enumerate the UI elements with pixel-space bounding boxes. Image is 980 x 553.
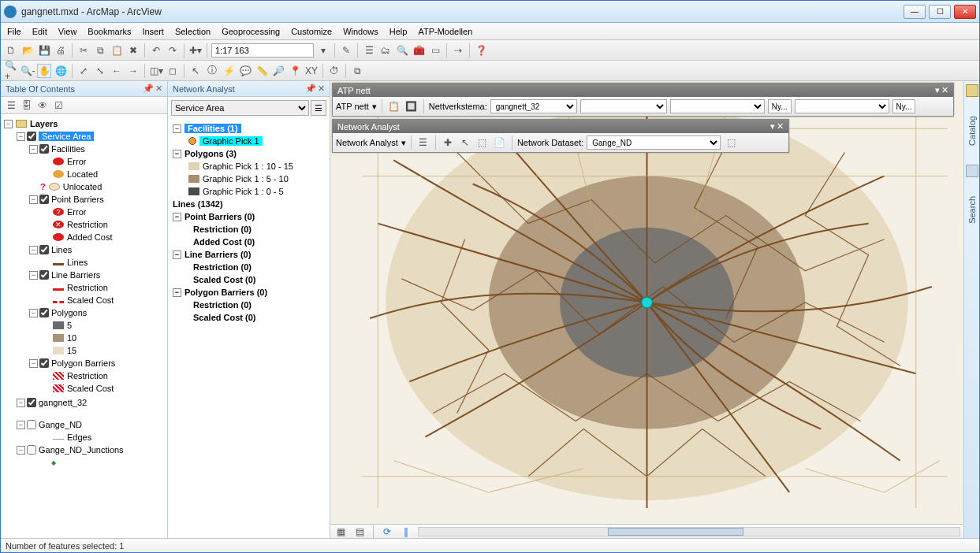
collapse-icon[interactable]: − bbox=[173, 213, 181, 221]
create-location-icon[interactable]: ✚ bbox=[441, 135, 455, 150]
solve-icon[interactable]: ⬚ bbox=[475, 135, 490, 150]
maximize-button[interactable]: ☐ bbox=[929, 5, 951, 19]
layout-view-icon[interactable]: ▤ bbox=[352, 525, 367, 539]
collapse-icon[interactable]: − bbox=[29, 246, 38, 254]
fixed-zoom-in-icon[interactable]: ⤢ bbox=[76, 64, 91, 78]
na-pb-added[interactable]: Added Cost (0) bbox=[193, 237, 255, 247]
open-icon[interactable]: 📂 bbox=[20, 43, 35, 58]
whats-this-icon[interactable]: ❓ bbox=[474, 43, 488, 58]
find-icon[interactable]: 🔎 bbox=[271, 64, 285, 78]
dropdown-icon[interactable]: ▾ bbox=[935, 85, 940, 95]
network-dataset-select[interactable]: Gange_ND bbox=[587, 135, 721, 150]
atp-select-3[interactable] bbox=[670, 99, 765, 113]
python-icon[interactable]: ▭ bbox=[428, 43, 442, 58]
collapse-icon[interactable]: − bbox=[173, 150, 181, 158]
menu-geoprocessing[interactable]: Geoprocessing bbox=[222, 27, 280, 36]
atp-label[interactable]: ATP nett bbox=[336, 102, 369, 111]
collapse-icon[interactable]: − bbox=[17, 421, 25, 429]
layer-checkbox[interactable] bbox=[27, 445, 36, 455]
na-poly1[interactable]: Graphic Pick 1 : 10 - 15 bbox=[203, 161, 293, 171]
minimize-button[interactable]: — bbox=[904, 5, 926, 19]
data-view-icon[interactable]: ▦ bbox=[333, 525, 348, 539]
toc-polygons[interactable]: Polygons bbox=[51, 308, 87, 317]
close-panel-icon[interactable]: ✕ bbox=[318, 84, 325, 94]
na-dropdown-label[interactable]: Network Analyst bbox=[336, 138, 398, 147]
paste-icon[interactable]: 📋 bbox=[110, 43, 124, 58]
zoom-out-icon[interactable]: 🔍- bbox=[20, 64, 35, 78]
toc-window-icon[interactable]: ☰ bbox=[362, 43, 376, 58]
toc-lines[interactable]: Lines bbox=[51, 245, 72, 254]
dropdown-icon[interactable]: ▾ bbox=[770, 121, 775, 132]
na-window-icon[interactable]: ☰ bbox=[416, 135, 430, 150]
atp-select-4[interactable] bbox=[795, 99, 889, 113]
layer-checkbox[interactable] bbox=[39, 144, 49, 154]
model-builder-icon[interactable]: ⇢ bbox=[451, 43, 465, 58]
atp-icon-2[interactable]: 🔲 bbox=[404, 99, 419, 113]
atp-icon-1[interactable]: 📋 bbox=[387, 99, 401, 113]
scale-dropdown-icon[interactable]: ▾ bbox=[316, 43, 330, 58]
collapse-icon[interactable]: − bbox=[29, 195, 38, 204]
na-float-toolbar[interactable]: Network Analyst▾✕ Network Analyst▾ ☰ ✚ ↖… bbox=[332, 119, 789, 153]
chevron-down-icon[interactable]: ▾ bbox=[372, 102, 377, 112]
menu-windows[interactable]: Windows bbox=[343, 27, 378, 36]
toc-tree[interactable]: −Layers −Service Area −Facilities Error … bbox=[1, 114, 167, 538]
toc-gange-junc[interactable]: Gange_ND_Junctions bbox=[39, 445, 124, 455]
toc-edges[interactable]: Edges bbox=[67, 432, 91, 442]
toc-polygon-barriers[interactable]: Polygon Barriers bbox=[51, 358, 115, 368]
save-icon[interactable]: 💾 bbox=[37, 43, 51, 58]
list-by-source-icon[interactable]: 🗄 bbox=[20, 98, 34, 113]
atp-toolbar[interactable]: ATP nett▾✕ ATP nett▾ 📋 🔲 Nettverkstema: … bbox=[332, 83, 954, 117]
menu-bookmarks[interactable]: Bookmarks bbox=[88, 27, 131, 36]
prev-extent-icon[interactable]: ← bbox=[110, 64, 124, 78]
nettverk-select[interactable]: gangnett_32 bbox=[490, 99, 577, 113]
na-header[interactable]: Network Analyst 📌✕ bbox=[168, 81, 330, 97]
atp-ny2-button[interactable]: Ny... bbox=[892, 99, 916, 113]
atp-ny-button[interactable]: Ny... bbox=[768, 99, 792, 113]
list-by-visibility-icon[interactable]: 👁 bbox=[35, 98, 50, 113]
toc-header[interactable]: Table Of Contents 📌✕ bbox=[1, 81, 167, 97]
menu-selection[interactable]: Selection bbox=[175, 27, 211, 36]
atp-select-2[interactable] bbox=[580, 99, 667, 113]
collapse-icon[interactable]: − bbox=[29, 145, 38, 154]
editor-toolbar-icon[interactable]: ✎ bbox=[339, 43, 353, 58]
close-icon[interactable]: ✕ bbox=[777, 121, 784, 132]
layer-checkbox[interactable] bbox=[39, 245, 49, 254]
catalog-icon[interactable] bbox=[966, 84, 978, 97]
toc-gange-nd[interactable]: Gange_ND bbox=[39, 420, 82, 429]
layer-checkbox[interactable] bbox=[27, 398, 36, 407]
close-icon[interactable]: ✕ bbox=[941, 85, 948, 95]
menu-view[interactable]: View bbox=[58, 27, 77, 36]
map-scale-input[interactable] bbox=[211, 43, 314, 58]
na-polygon-barriers[interactable]: Polygon Barriers (0) bbox=[184, 288, 267, 297]
na-analysis-select[interactable]: Service Area bbox=[171, 100, 309, 116]
pin-icon[interactable]: 📌 bbox=[143, 84, 154, 94]
select-features-icon[interactable]: ◫▾ bbox=[149, 64, 163, 78]
horizontal-scrollbar[interactable] bbox=[418, 527, 960, 536]
layer-checkbox[interactable] bbox=[39, 195, 49, 204]
na-pgb-restriction[interactable]: Restriction (0) bbox=[193, 300, 252, 310]
collapse-icon[interactable]: − bbox=[4, 120, 13, 128]
na-facilities[interactable]: Facilities (1) bbox=[184, 124, 241, 133]
na-pb-restriction[interactable]: Restriction (0) bbox=[193, 225, 252, 234]
collapse-icon[interactable]: − bbox=[29, 309, 38, 317]
toc-lb-restriction[interactable]: Restriction bbox=[67, 283, 108, 292]
na-float-titlebar[interactable]: Network Analyst▾✕ bbox=[333, 120, 788, 133]
print-icon[interactable]: 🖨 bbox=[54, 43, 68, 58]
list-by-drawing-icon[interactable]: ☰ bbox=[4, 98, 18, 113]
catalog-window-icon[interactable]: 🗂 bbox=[378, 43, 393, 58]
toc-fac-error[interactable]: Error bbox=[67, 157, 86, 166]
search-icon[interactable] bbox=[966, 165, 978, 177]
collapse-icon[interactable]: − bbox=[17, 446, 25, 455]
na-point-barriers[interactable]: Point Barriers (0) bbox=[184, 212, 255, 221]
toc-gangnett[interactable]: gangnett_32 bbox=[39, 398, 87, 407]
next-extent-icon[interactable]: → bbox=[126, 64, 140, 78]
toc-p10[interactable]: 10 bbox=[67, 333, 76, 343]
toc-pb-error[interactable]: Error bbox=[67, 207, 86, 217]
na-pgb-scaled[interactable]: Scaled Cost (0) bbox=[193, 313, 255, 322]
collapse-icon[interactable]: − bbox=[17, 399, 25, 407]
select-elements-icon[interactable]: ↖ bbox=[188, 64, 203, 78]
time-slider-icon[interactable]: ⏱ bbox=[327, 64, 341, 78]
collapse-icon[interactable]: − bbox=[173, 251, 181, 259]
na-poly2[interactable]: Graphic Pick 1 : 5 - 10 bbox=[203, 174, 289, 184]
collapse-icon[interactable]: − bbox=[29, 271, 38, 280]
